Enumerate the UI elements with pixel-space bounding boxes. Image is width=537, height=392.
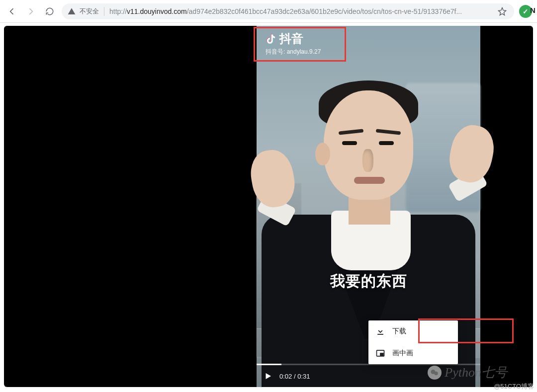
video-player[interactable]: 抖音 抖音号: andylau.9.27 我要的东西 0:02 / 0:31 bbox=[4, 26, 533, 387]
address-bar[interactable]: 不安全 http://v11.douyinvod.com/ad974e2b832… bbox=[62, 3, 514, 19]
douyin-watermark: 抖音 抖音号: andylau.9.27 bbox=[266, 31, 321, 56]
menu-item-download-label: 下载 bbox=[392, 327, 406, 336]
pip-icon bbox=[375, 348, 385, 358]
time-display: 0:02 / 0:31 bbox=[279, 373, 310, 380]
douyin-watermark-title: 抖音 bbox=[279, 31, 303, 47]
menu-item-download[interactable]: 下载 bbox=[368, 320, 458, 342]
forward-button[interactable] bbox=[24, 4, 38, 18]
url-text: http://v11.douyinvod.com/ad974e2b832c0f4… bbox=[109, 7, 492, 15]
tab-edge-hint: N bbox=[530, 6, 537, 16]
content-stage: 抖音 抖音号: andylau.9.27 我要的东西 0:02 / 0:31 bbox=[0, 23, 537, 392]
wechat-watermark-text: Python七号 bbox=[445, 364, 507, 381]
person-eye-l bbox=[342, 141, 357, 145]
browser-toolbar: 不安全 http://v11.douyinvod.com/ad974e2b832… bbox=[0, 0, 537, 23]
svg-rect-1 bbox=[380, 353, 383, 355]
video-context-menu: 下载 画中画 bbox=[368, 320, 458, 364]
back-button[interactable] bbox=[5, 4, 19, 18]
url-scheme: http:// bbox=[109, 7, 127, 15]
url-host: v11.douyinvod.com bbox=[127, 7, 187, 15]
douyin-logo-icon bbox=[266, 33, 276, 45]
person-mouth bbox=[354, 177, 385, 184]
video-frame: 抖音 抖音号: andylau.9.27 我要的东西 0:02 / 0:31 bbox=[257, 26, 480, 387]
menu-item-pip-label: 画中画 bbox=[392, 349, 413, 358]
blog-watermark: @51CTO博客 bbox=[494, 382, 534, 391]
wechat-watermark: Python七号 bbox=[428, 364, 507, 381]
person-eye-r bbox=[379, 141, 394, 145]
video-caption: 我要的东西 bbox=[257, 271, 480, 292]
douyin-watermark-subtitle: 抖音号: andylau.9.27 bbox=[266, 48, 321, 56]
time-separator: / bbox=[292, 373, 297, 380]
reload-button[interactable] bbox=[43, 4, 57, 18]
person-ear bbox=[315, 143, 330, 165]
duration: 0:31 bbox=[297, 373, 310, 380]
url-path: /ad974e2b832c0f461bcc47a93dc2e63a/601b2e… bbox=[187, 7, 462, 15]
svg-point-3 bbox=[435, 371, 439, 375]
bookmark-star-icon[interactable] bbox=[496, 5, 508, 17]
not-secure-label: 不安全 bbox=[80, 7, 104, 16]
not-secure-icon bbox=[68, 7, 76, 15]
play-button[interactable] bbox=[264, 372, 272, 381]
current-time: 0:02 bbox=[279, 373, 292, 380]
download-icon bbox=[375, 326, 385, 336]
wechat-icon bbox=[428, 366, 442, 380]
extension-badge-glyph: ✓ bbox=[523, 7, 529, 15]
person-nose bbox=[362, 149, 373, 172]
menu-item-pip[interactable]: 画中画 bbox=[368, 342, 458, 364]
